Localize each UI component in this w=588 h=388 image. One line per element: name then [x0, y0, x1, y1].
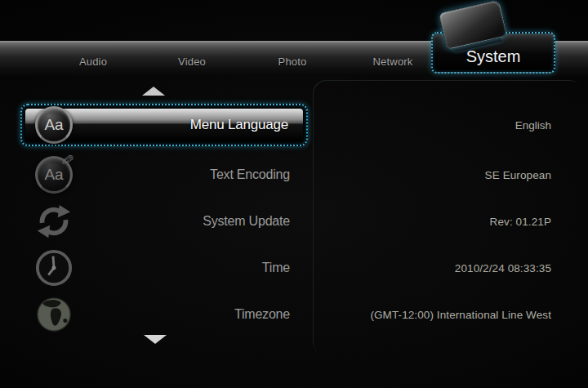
- menu-language-icon: Aa: [35, 106, 73, 144]
- setting-label: Text Encoding: [210, 167, 290, 182]
- list-item-text-encoding[interactable]: Aa ✎ Text Encoding SE European: [20, 151, 551, 198]
- system-update-icon: [35, 203, 73, 240]
- setting-label: Timezone: [234, 307, 290, 322]
- tab-network[interactable]: Network: [372, 56, 412, 68]
- tab-system-label: System: [466, 47, 521, 72]
- setting-value: English: [282, 104, 551, 146]
- list-item-system-update[interactable]: System Update Rev: 01.21P: [20, 198, 551, 244]
- tab-photo[interactable]: Photo: [278, 56, 307, 68]
- scroll-down-icon[interactable]: [144, 335, 167, 344]
- media-player-device-icon: [439, 0, 507, 50]
- timezone-icon: [35, 296, 73, 333]
- setting-value: 2010/2/24 08:33:35: [455, 261, 551, 274]
- setting-value: Rev: 01.21P: [490, 215, 551, 227]
- time-icon: [35, 249, 73, 287]
- tab-audio[interactable]: Audio: [79, 56, 107, 68]
- text-encoding-icon: Aa ✎: [35, 156, 73, 194]
- setting-label: System Update: [203, 214, 290, 229]
- settings-screen: Audio Video Photo Network System Aa Menu…: [0, 0, 588, 388]
- list-item-timezone[interactable]: Timezone (GMT-12:00) International Line …: [20, 291, 551, 337]
- pencil-icon: ✎: [56, 151, 77, 167]
- setting-value: (GMT-12:00) International Line West: [370, 308, 551, 320]
- text-encoding-icon-glyph: Aa: [44, 166, 63, 184]
- list-item-menu-language[interactable]: Aa Menu Language: [20, 104, 308, 146]
- setting-value: SE European: [485, 168, 551, 181]
- scroll-up-icon[interactable]: [142, 87, 165, 96]
- list-item-time[interactable]: Time 2010/2/24 08:33:35: [20, 244, 551, 291]
- tab-video[interactable]: Video: [178, 56, 206, 68]
- setting-label: Time: [262, 261, 290, 275]
- setting-label: Menu Language: [190, 117, 288, 133]
- menu-language-icon-glyph: Aa: [44, 116, 63, 134]
